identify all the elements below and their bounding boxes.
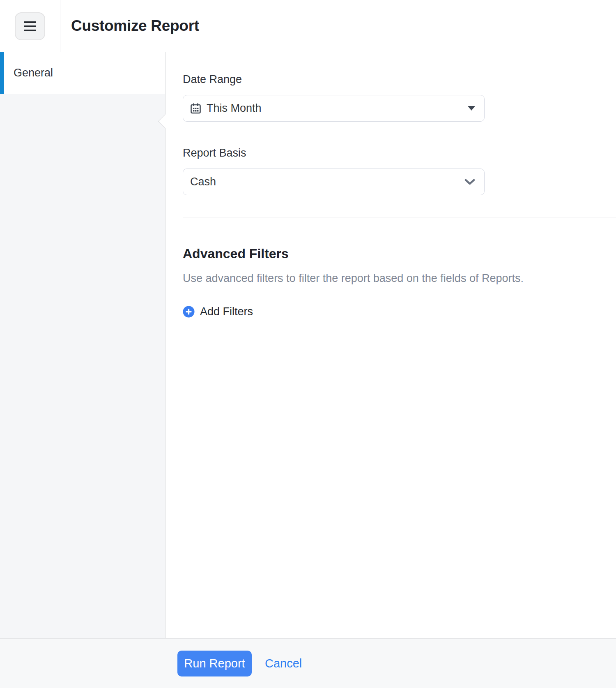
header-title-cell: Customize Report (60, 0, 616, 52)
calendar-icon (190, 103, 201, 114)
report-basis-label: Report Basis (183, 146, 616, 159)
section-divider (183, 217, 616, 217)
active-tab-indicator (0, 52, 4, 94)
advanced-filters-description: Use advanced filters to filter the repor… (183, 272, 616, 285)
add-filters-label: Add Filters (200, 305, 253, 318)
caret-down-icon (468, 106, 475, 111)
plus-icon (183, 306, 195, 318)
report-basis-value: Cash (190, 175, 216, 188)
sidebar-item-label: General (0, 67, 53, 79)
header: Customize Report (0, 0, 616, 52)
page-title: Customize Report (71, 17, 199, 35)
hamburger-menu-button[interactable] (15, 12, 45, 40)
footer-bar: Run Report Cancel (0, 638, 616, 688)
date-range-value: This Month (207, 102, 262, 115)
hamburger-icon (24, 21, 36, 23)
cancel-button[interactable]: Cancel (265, 657, 302, 670)
hamburger-icon (24, 25, 36, 27)
sidebar-item-general[interactable]: General (0, 52, 165, 94)
report-basis-select[interactable]: Cash (183, 169, 485, 195)
sidebar: General (0, 52, 165, 638)
header-menu-cell (0, 0, 60, 52)
hamburger-icon (24, 30, 36, 31)
run-report-button[interactable]: Run Report (177, 651, 252, 676)
sidebar-background (0, 94, 165, 638)
chevron-down-icon (464, 178, 475, 186)
date-range-dropdown[interactable]: This Month (183, 95, 485, 122)
add-filters-button[interactable]: Add Filters (183, 305, 253, 318)
date-range-label: Date Range (183, 73, 616, 86)
advanced-filters-title: Advanced Filters (183, 246, 616, 261)
content-panel: Date Range This Month Report (165, 52, 616, 638)
main-area: General Date Range This Mon (0, 52, 616, 638)
